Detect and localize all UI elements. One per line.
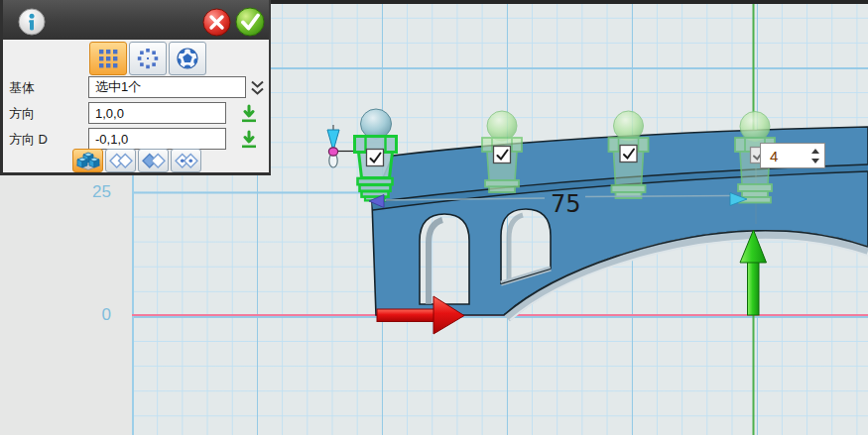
- window1-inner-wall: [429, 220, 442, 304]
- info-icon: [18, 8, 46, 40]
- base-feature-row: 基体: [3, 76, 274, 100]
- dotted-diamonds-icon: [173, 151, 200, 171]
- origin-point[interactable]: [328, 148, 337, 156]
- sphere-ball-icon: [176, 47, 199, 70]
- y-axis-label-0: 0: [81, 305, 111, 325]
- direction1-row: 方向: [3, 102, 274, 126]
- dimension-value[interactable]: 75: [551, 190, 581, 218]
- two-diamonds-button[interactable]: [105, 149, 136, 172]
- instance-checkbox-3[interactable]: [620, 146, 637, 163]
- pick-direction-icon[interactable]: [239, 104, 259, 129]
- linear-pattern-button[interactable]: [89, 42, 127, 75]
- cad-application-window: 25 0: [0, 0, 868, 435]
- y-direction-arrow[interactable]: [740, 230, 767, 315]
- y-axis-label-25: 25: [81, 182, 111, 202]
- spinner-up-icon[interactable]: [811, 149, 819, 154]
- direction2-label: 方向 D: [9, 131, 48, 149]
- pattern-type-toolbar: [89, 42, 206, 75]
- pattern-task-dialog: 基体 方向 方向 D: [0, 0, 271, 175]
- instance-count-spinner[interactable]: 4: [760, 143, 825, 168]
- direction1-label: 方向: [9, 105, 35, 123]
- base-field[interactable]: [88, 76, 246, 98]
- dialog-title-bar[interactable]: [3, 0, 269, 40]
- result-display-toolbar: [72, 149, 201, 172]
- circle-dots-icon: [136, 47, 160, 70]
- blue-white-diamond-icon: [140, 151, 168, 171]
- instance-checkbox-2[interactable]: [494, 147, 511, 163]
- grid-dots-icon: [96, 47, 120, 70]
- confirm-button[interactable]: [235, 7, 265, 41]
- direction1-field[interactable]: [88, 102, 226, 124]
- spinner-down-icon[interactable]: [811, 159, 819, 163]
- bolt1-thread-1: [358, 178, 393, 184]
- circular-pattern-button[interactable]: [129, 42, 167, 75]
- two-diamonds-icon: [107, 151, 135, 171]
- cancel-button[interactable]: [202, 8, 231, 41]
- blue-white-diamond-button[interactable]: [138, 149, 169, 172]
- cubes-icon: [74, 151, 102, 171]
- pattern-cubes-button[interactable]: [72, 149, 103, 172]
- pick-direction-icon[interactable]: [239, 130, 259, 155]
- spherical-pattern-button[interactable]: [169, 42, 206, 75]
- base-label: 基体: [9, 79, 35, 97]
- dotted-diamonds-button[interactable]: [171, 149, 201, 172]
- window2-inner-wall: [509, 215, 523, 281]
- double-chevron-down-icon[interactable]: [249, 78, 266, 101]
- instance-checkbox-1[interactable]: [367, 150, 384, 166]
- bolt1-sphere-head: [361, 109, 392, 139]
- instance-count-value[interactable]: 4: [761, 148, 806, 164]
- direction2-field[interactable]: [88, 128, 226, 150]
